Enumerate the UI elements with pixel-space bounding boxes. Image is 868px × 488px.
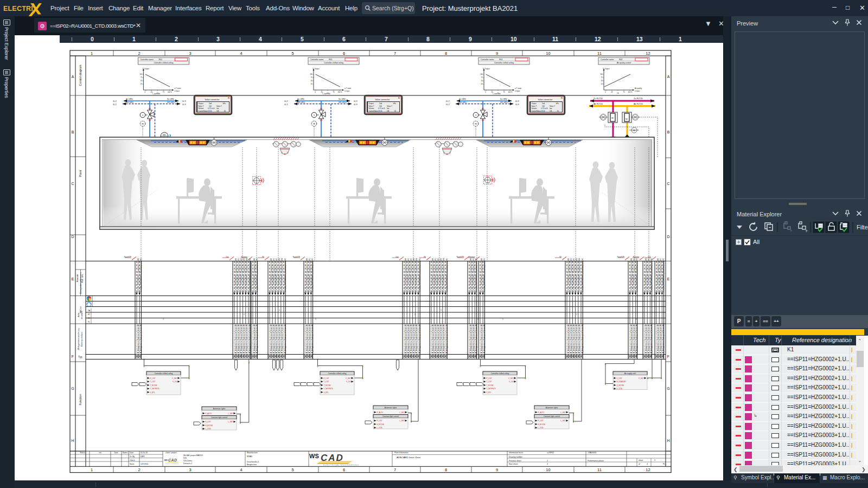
svg-text:ADBOARD Inner Zone: ADBOARD Inner Zone: [397, 456, 421, 459]
svg-text:AI_Anlagenkennz.Datenpunkt.Ist: AI_Anlagenkennz.Datenpunkt.Istwert.M1: [309, 324, 311, 354]
svg-text:∆ T room: ∆ T room: [174, 87, 181, 89]
svg-text:Ab RLT20: Ab RLT20: [634, 103, 643, 105]
svg-text:SCH_AI_ISP02RAU0001_Raumtemp.I: SCH_AI_ISP02RAU0001_Raumtemp.Istw.U01: [660, 258, 662, 292]
svg-text:AI_Anlagenkennz.Datenpunkt.Ist: AI_Anlagenkennz.Datenpunkt.Istwert.M1: [407, 324, 410, 354]
svg-text:SCH_AI_ISP02RAU0001_Raumtemp.I: SCH_AI_ISP02RAU0001_Raumtemp.Istw.U03: [440, 258, 442, 292]
svg-text:AI_Anlagenkennz.Datenpunkt.Ist: AI_Anlagenkennz.Datenpunkt.Istwert.M1: [419, 324, 421, 354]
svg-text:6: 6: [343, 467, 345, 472]
svg-text:AI_Anlagenkennz.Datenpunkt.Ist: AI_Anlagenkennz.Datenpunkt.Istwert.M1: [253, 324, 256, 354]
svg-text:AI_Anlagenkennz.Datenpunkt.Ist: AI_Anlagenkennz.Datenpunkt.Istwert.M1: [582, 324, 584, 354]
svg-text:+RAU0001: +RAU0001: [588, 452, 597, 454]
svg-text:123 5914: 123 5914: [141, 463, 148, 465]
svg-text:SCH_AI_ISP02RAU0001_Raumtemp.I: SCH_AI_ISP02RAU0001_Raumtemp.Istw.U01: [633, 258, 635, 292]
svg-text:3: 3: [189, 51, 191, 56]
svg-text:AI_Anlagenkennz.Datenpunkt.Ist: AI_Anlagenkennz.Datenpunkt.Istwert.M1: [570, 324, 572, 354]
svg-text:SCH_AI_ISP02RAU0001_Raumtemp.I: SCH_AI_ISP02RAU0001_Raumtemp.Istw.U00: [657, 258, 659, 292]
svg-text:SCH_AI_ISP02RAU0001_Raumtemp.I: SCH_AI_ISP02RAU0001_Raumtemp.Istw.U01: [473, 258, 475, 292]
svg-text:Previous sheet:: Previous sheet:: [509, 460, 521, 462]
svg-text:E: E: [667, 277, 670, 281]
svg-text:CAD: CAD: [168, 458, 177, 462]
svg-text:Information focus:: Information focus:: [509, 452, 524, 454]
svg-text:AI_Anlagenkennz.Datenpunkt.Ist: AI_Anlagenkennz.Datenpunkt.Istwert.M1: [633, 324, 635, 354]
svg-text:SCH_AI_ISP02RAU0001_Raumtemp.I: SCH_AI_ISP02RAU0001_Raumtemp.Istw.U01: [309, 258, 311, 292]
svg-text:E2: E2: [88, 313, 90, 316]
svg-text:Dr. By: Dr. By: [130, 455, 135, 458]
svg-text:AI_Anlagenkennz.Datenpunkt.Ist: AI_Anlagenkennz.Datenpunkt.Istwert.M1: [416, 324, 418, 354]
svg-text:AI_Anlagenkennz.Datenpunkt.Ist: AI_Anlagenkennz.Datenpunkt.Istwert.M1: [243, 324, 245, 354]
svg-text:∆ T room: ∆ T room: [515, 87, 522, 89]
svg-text:PL: PL: [88, 321, 90, 323]
svg-text:AI_Anlagenkennz.Datenpunkt.Ist: AI_Anlagenkennz.Datenpunkt.Istwert.M1: [657, 324, 659, 354]
svg-text:SCH_AI_ISP02RAU0001_Raumtemp.I: SCH_AI_ISP02RAU0001_Raumtemp.Istw.U02: [410, 258, 412, 292]
svg-text:AI_Anlagenkennz.Datenpunkt.Ist: AI_Anlagenkennz.Datenpunkt.Istwert.M1: [413, 324, 415, 354]
svg-text:AI_Anlagenkennz.Datenpunkt.Ist: AI_Anlagenkennz.Datenpunkt.Istwert.M1: [249, 324, 251, 354]
svg-text:SCH_AI_ISP02RAU0001_Raumtemp.I: SCH_AI_ISP02RAU0001_Raumtemp.Istw.U04: [416, 258, 418, 292]
svg-text:9: 9: [496, 51, 498, 56]
svg-text:SCH_AI_ISP02RAU0001_Raumtemp.I: SCH_AI_ISP02RAU0001_Raumtemp.Istw.U04: [443, 258, 445, 292]
svg-text:4: 4: [647, 463, 648, 465]
svg-text:Control diagram: Control diagram: [79, 65, 82, 86]
svg-text:Plant Information: Plant Information: [394, 452, 409, 454]
svg-text:AI_Anlagenkennz.Datenpunkt.Ist: AI_Anlagenkennz.Datenpunkt.Istwert.M1: [636, 324, 638, 354]
svg-text:0-Input: 0-Input: [174, 90, 180, 92]
svg-text:ELECTRI: ELECTRI: [3, 5, 33, 12]
svg-text:2: 2: [138, 51, 140, 56]
svg-text:+: +: [790, 228, 793, 233]
svg-text:AI_Anlagenkennz.Datenpunkt.Ist: AI_Anlagenkennz.Datenpunkt.Istwert.M1: [437, 324, 439, 354]
svg-text:01.10.20: 01.10.20: [141, 452, 148, 454]
svg-text:Function: Function: [79, 394, 82, 405]
svg-text:SCH_AI_ISP02RAU0001_Raumtemp.I: SCH_AI_ISP02RAU0001_Raumtemp.Istw.U00: [432, 258, 434, 292]
svg-text:SCH_AI_ISP02RAU0001_Raumtemp.I: SCH_AI_ISP02RAU0001_Raumtemp.Istw.U04: [246, 258, 248, 292]
svg-text:AI_Anlagenkennz.Datenpunkt.Ist: AI_Anlagenkennz.Datenpunkt.Istwert.M1: [435, 324, 437, 354]
svg-text:1: 1: [279, 309, 280, 311]
svg-text:AI_Anlagenkennz.Datenpunkt.Ist: AI_Anlagenkennz.Datenpunkt.Istwert.M1: [284, 324, 286, 354]
svg-text:Typ: Typ: [78, 356, 82, 358]
svg-text:1: 1: [502, 318, 503, 320]
svg-text:Norm: Norm: [130, 463, 134, 465]
svg-text:Anlagenkennzeichnung: Anlagenkennzeichnung: [78, 328, 80, 349]
svg-text:5: 5: [291, 467, 293, 472]
svg-text:SCH_AI_ISP02RAU0001_Raumtemp.I: SCH_AI_ISP02RAU0001_Raumtemp.Istw.U01: [648, 258, 650, 292]
svg-text:SCH_AI_ISP02RAU0001_Raumtemp.I: SCH_AI_ISP02RAU0001_Raumtemp.Istw.U01: [435, 258, 437, 292]
svg-text:2: 2: [138, 467, 140, 472]
svg-text:4: 4: [240, 467, 242, 472]
svg-text:ELECTRICAL ENGINEERING: ELECTRICAL ENGINEERING: [323, 464, 359, 466]
svg-text:Performance phase:: Performance phase:: [588, 460, 604, 462]
svg-text:0-Input: 0-Input: [344, 90, 350, 92]
svg-text:==ISP02: ==ISP02: [547, 452, 554, 454]
svg-text:Plant: Plant: [79, 170, 82, 177]
svg-text:8: 8: [445, 467, 447, 472]
svg-text:SCH_AI_ISP02RAU0001_Raumtemp.I: SCH_AI_ISP02RAU0001_Raumtemp.Istw.U02: [311, 258, 314, 292]
svg-text:V20: V20: [183, 457, 187, 459]
svg-text:AI_Anlagenkennz.Datenpunkt.Ist: AI_Anlagenkennz.Datenpunkt.Istwert.M1: [662, 324, 665, 354]
svg-text:Remark: Remark: [76, 274, 79, 282]
svg-text:Zu RLT20: Zu RLT20: [634, 98, 643, 100]
svg-text:SCH_AI_ISP02RAU0001_Raumtemp.I: SCH_AI_ISP02RAU0001_Raumtemp.Istw.U01: [273, 258, 275, 292]
svg-text:rev.: rev.: [99, 452, 101, 454]
svg-text:AI_Anlagenkennz.Datenpunkt.Ist: AI_Anlagenkennz.Datenpunkt.Istwert.M1: [660, 324, 662, 354]
svg-text:AI_Anlagenkennz.Datenpunkt.Ist: AI_Anlagenkennz.Datenpunkt.Istwert.M1: [475, 324, 477, 354]
svg-text:Datenpunktliste.: Datenpunktliste.: [81, 331, 83, 346]
svg-text:E: E: [72, 277, 74, 281]
svg-text:of: of: [639, 463, 640, 465]
svg-text:SCH_AI_ISP02RAU0001_Raumtemp.I: SCH_AI_ISP02RAU0001_Raumtemp.Istw.U00: [630, 258, 633, 292]
svg-text:12: 12: [646, 51, 650, 56]
svg-text:AI_Anlagenkennz.Datenpunkt.Ist: AI_Anlagenkennz.Datenpunkt.Istwert.M1: [278, 324, 280, 354]
svg-text:M: M: [626, 118, 627, 120]
svg-text:structure: structure: [80, 310, 83, 319]
svg-text:SCH_AI_ISP02RAU0001_Raumtemp.I: SCH_AI_ISP02RAU0001_Raumtemp.Istw.U05: [284, 258, 286, 292]
svg-text:sheet: sheet: [639, 459, 643, 461]
svg-text:11: 11: [597, 51, 602, 56]
svg-text:F: F: [667, 355, 669, 358]
svg-text:SCH_AI_ISP02RAU0001_Raumtemp.I: SCH_AI_ISP02RAU0001_Raumtemp.Istw.U01: [483, 258, 486, 292]
svg-text:C: C: [71, 182, 74, 185]
svg-text:SCH_AI_ISP02RAU0001_Raumtemp.I: SCH_AI_ISP02RAU0001_Raumtemp.Istw.U00: [567, 258, 570, 292]
svg-text:7: 7: [394, 467, 396, 472]
svg-text:SCH_AI_ISP02RAU0001_Raumtemp.I: SCH_AI_ISP02RAU0001_Raumtemp.Istw.U03: [243, 258, 245, 292]
svg-text:DMO: DMO: [141, 455, 145, 458]
svg-text:Dieselstraße 4: Dieselstraße 4: [247, 461, 259, 463]
svg-text:2: 2: [576, 313, 577, 316]
svg-text:1: 1: [91, 51, 93, 56]
svg-text:1: 1: [315, 318, 316, 320]
svg-text:WS: WS: [309, 453, 319, 459]
